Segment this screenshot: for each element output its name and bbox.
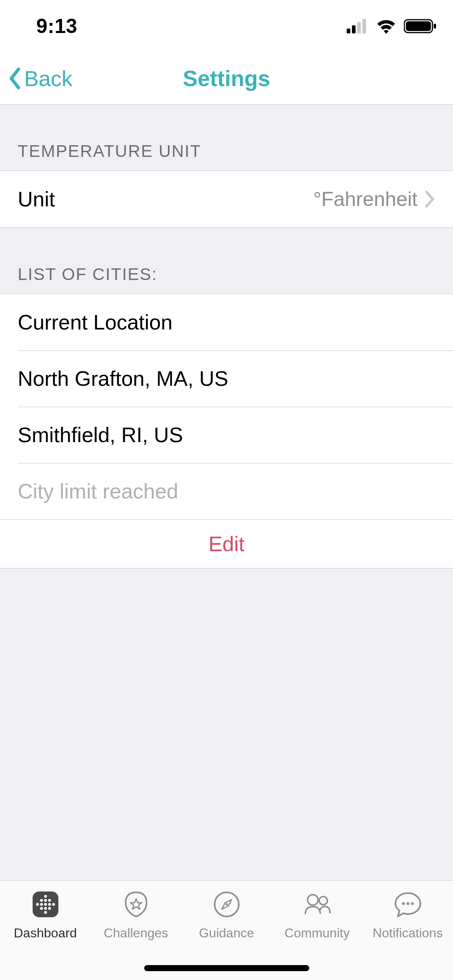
unit-row-label: Unit (18, 187, 313, 211)
status-icons (347, 19, 437, 34)
svg-point-24 (319, 897, 327, 905)
people-icon (302, 889, 333, 920)
svg-rect-5 (406, 21, 431, 31)
svg-point-12 (44, 911, 47, 914)
svg-point-10 (44, 903, 47, 906)
cellular-icon (347, 19, 368, 33)
svg-point-23 (307, 895, 318, 905)
status-time: 9:13 (36, 14, 77, 38)
svg-point-22 (225, 903, 228, 906)
status-bar: 9:13 (0, 0, 453, 52)
svg-rect-3 (362, 19, 366, 33)
svg-point-15 (40, 907, 43, 910)
tab-label: Dashboard (14, 926, 77, 941)
section-header-cities: LIST OF CITIES: (0, 228, 453, 294)
unit-row[interactable]: Unit °Fahrenheit (0, 171, 453, 227)
svg-rect-2 (357, 22, 361, 33)
svg-point-13 (40, 899, 43, 902)
battery-icon (404, 19, 437, 34)
tab-dashboard[interactable]: Dashboard (0, 889, 91, 980)
chat-bubble-icon (392, 889, 424, 920)
svg-point-18 (48, 907, 51, 910)
svg-rect-6 (434, 24, 436, 29)
city-row-label: Smithfield, RI, US (18, 423, 435, 447)
wifi-icon (376, 19, 397, 34)
svg-point-14 (40, 903, 43, 906)
unit-row-value: °Fahrenheit (313, 187, 418, 211)
cities-group: Current Location North Grafton, MA, US S… (0, 294, 453, 520)
svg-rect-1 (352, 25, 356, 33)
tab-label: Guidance (199, 926, 254, 941)
tab-label: Community (285, 926, 350, 941)
svg-point-26 (406, 902, 409, 905)
city-limit-label: City limit reached (18, 479, 435, 503)
chevron-right-icon (425, 190, 435, 208)
home-indicator[interactable] (144, 965, 309, 971)
temperature-unit-group: Unit °Fahrenheit (0, 171, 453, 228)
star-badge-icon (120, 889, 152, 920)
tab-notifications[interactable]: Notifications (362, 889, 453, 980)
chevron-left-icon (7, 67, 22, 90)
svg-point-16 (48, 899, 51, 902)
compass-icon (211, 889, 242, 920)
city-row[interactable]: North Grafton, MA, US (0, 350, 453, 407)
svg-point-17 (48, 903, 51, 906)
section-header-temperature: TEMPERATURE UNIT (0, 105, 453, 171)
back-label: Back (24, 66, 72, 91)
edit-button[interactable]: Edit (0, 520, 453, 568)
city-row-current-location[interactable]: Current Location (0, 294, 453, 350)
svg-point-11 (44, 907, 47, 910)
back-button[interactable]: Back (0, 66, 72, 91)
svg-point-20 (52, 903, 55, 906)
svg-point-8 (44, 895, 47, 898)
city-row[interactable]: Smithfield, RI, US (0, 407, 453, 463)
svg-rect-0 (347, 29, 350, 33)
svg-point-25 (402, 902, 405, 905)
nav-bar: Back Settings (0, 52, 453, 105)
svg-point-19 (36, 903, 39, 906)
tab-label: Challenges (103, 926, 168, 941)
city-limit-row: City limit reached (0, 463, 453, 519)
tab-label: Notifications (372, 926, 443, 941)
dashboard-icon (30, 889, 61, 920)
city-row-label: North Grafton, MA, US (18, 366, 435, 391)
city-row-label: Current Location (18, 310, 435, 334)
svg-point-27 (411, 902, 414, 905)
svg-point-9 (44, 899, 47, 902)
edit-label: Edit (209, 532, 245, 556)
edit-group: Edit (0, 520, 453, 568)
